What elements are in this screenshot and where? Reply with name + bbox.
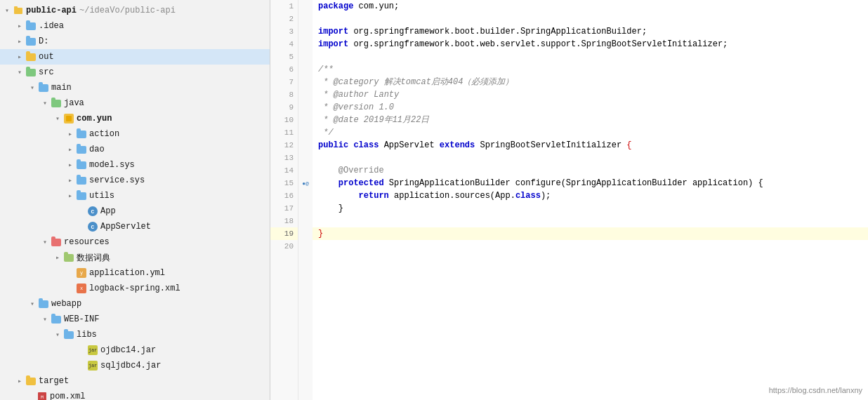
gutter-11 bbox=[298, 126, 313, 139]
logback-arrow bbox=[65, 283, 76, 294]
code-line-14: @Override bbox=[313, 164, 868, 177]
tree-resources[interactable]: resources bbox=[0, 234, 270, 250]
tree-dao[interactable]: dao bbox=[0, 142, 270, 157]
utils-arrow bbox=[65, 190, 76, 201]
d-label: D: bbox=[39, 36, 48, 46]
gutter-5 bbox=[298, 51, 313, 63]
action-folder-icon bbox=[76, 128, 87, 140]
target-arrow bbox=[14, 375, 25, 387]
model-sys-folder-icon bbox=[76, 159, 87, 171]
line-num-10: 10 bbox=[270, 114, 298, 126]
data-dict-icon bbox=[63, 252, 74, 263]
out-folder-icon bbox=[25, 51, 37, 62]
code-line-10: * @date 2019年11月22日 bbox=[313, 114, 868, 126]
logback-icon: x bbox=[76, 283, 87, 294]
webapp-label: webapp bbox=[51, 299, 81, 309]
sqljdbc-icon: jar bbox=[87, 360, 98, 371]
libs-folder-icon bbox=[63, 329, 74, 340]
tree-com-yun[interactable]: com.yun bbox=[0, 111, 270, 126]
code-line-7: * @category 解决tomcat启动404（必须添加） bbox=[313, 76, 868, 88]
sqljdbc-label: sqljdbc4.jar bbox=[100, 361, 161, 371]
code-line-4: import org.springframework.boot.web.serv… bbox=[313, 38, 868, 51]
code-line-13 bbox=[313, 152, 868, 164]
target-label: target bbox=[39, 376, 69, 386]
tree-service-sys[interactable]: service.sys bbox=[0, 173, 270, 188]
tree-d[interactable]: D: bbox=[0, 34, 270, 49]
com-yun-icon bbox=[63, 113, 74, 124]
watermark: https://blog.csdn.net/lanxny bbox=[769, 386, 862, 394]
src-folder-icon bbox=[25, 67, 37, 78]
src-label: src bbox=[39, 67, 54, 77]
project-name: public-api bbox=[26, 6, 77, 15]
resources-arrow bbox=[39, 236, 51, 248]
libs-label: libs bbox=[77, 330, 97, 340]
yml-arrow bbox=[65, 267, 76, 279]
gutter-16 bbox=[298, 189, 313, 202]
utils-label: utils bbox=[89, 191, 114, 201]
tree-webapp[interactable]: webapp bbox=[0, 296, 270, 312]
project-root[interactable]: public-api ~/ideaVo/public-api bbox=[0, 3, 270, 18]
appservlet-icon: C bbox=[87, 221, 98, 232]
tree-appservlet[interactable]: C AppServlet bbox=[0, 219, 270, 234]
tree-data-dict[interactable]: 数据词典 bbox=[0, 250, 270, 265]
tree-action[interactable]: action bbox=[0, 126, 270, 142]
line-num-16: 16 bbox=[270, 189, 298, 202]
sqljdbc-arrow bbox=[76, 360, 87, 371]
code-area[interactable]: package com.yun; import org.springframew… bbox=[313, 0, 868, 400]
line-num-4: 4 bbox=[270, 38, 298, 51]
app-icon: C bbox=[87, 206, 98, 217]
tree-main[interactable]: main bbox=[0, 80, 270, 95]
tree-out[interactable]: out bbox=[0, 49, 270, 65]
tree-web-inf[interactable]: WEB-INF bbox=[0, 312, 270, 327]
tree-java[interactable]: java bbox=[0, 95, 270, 111]
tree-model-sys[interactable]: model.sys bbox=[0, 157, 270, 173]
dao-arrow bbox=[65, 144, 76, 155]
code-line-9: * @version 1.0 bbox=[313, 101, 868, 114]
tree-pom[interactable]: M pom.xml bbox=[0, 389, 270, 400]
data-dict-arrow bbox=[52, 252, 63, 263]
file-tree[interactable]: public-api ~/ideaVo/public-api .idea D: … bbox=[0, 0, 270, 400]
tree-target[interactable]: target bbox=[0, 373, 270, 389]
tree-utils[interactable]: utils bbox=[0, 188, 270, 204]
tree-idea[interactable]: .idea bbox=[0, 18, 270, 34]
line-num-20: 20 bbox=[270, 240, 298, 253]
action-arrow bbox=[65, 128, 76, 140]
app-arrow bbox=[76, 206, 87, 217]
resources-folder-icon bbox=[51, 236, 62, 248]
gutter-20 bbox=[298, 240, 313, 253]
code-line-8: * @author Lanty bbox=[313, 88, 868, 101]
logback-label: logback-spring.xml bbox=[89, 284, 180, 293]
dao-folder-icon bbox=[76, 144, 87, 155]
project-arrow bbox=[1, 5, 13, 16]
ojdbc-arrow bbox=[76, 345, 87, 356]
line-num-12: 12 bbox=[270, 139, 298, 152]
code-line-2 bbox=[313, 13, 868, 25]
tree-sqljdbc[interactable]: jar sqljdbc4.jar bbox=[0, 358, 270, 373]
tree-src[interactable]: src bbox=[0, 65, 270, 80]
out-label: out bbox=[39, 52, 54, 62]
code-line-16: return application.sources(App.class); bbox=[313, 189, 868, 202]
tree-ojdbc[interactable]: jar ojdbc14.jar bbox=[0, 342, 270, 358]
service-sys-label: service.sys bbox=[89, 175, 145, 185]
libs-arrow bbox=[52, 329, 63, 340]
tree-libs[interactable]: libs bbox=[0, 327, 270, 342]
gutter-18 bbox=[298, 215, 313, 227]
code-line-20 bbox=[313, 240, 868, 253]
gutter-1 bbox=[298, 0, 313, 13]
tree-application-yml[interactable]: y application.yml bbox=[0, 265, 270, 281]
gutter-14 bbox=[298, 164, 313, 177]
resources-label: resources bbox=[64, 237, 110, 247]
tree-app[interactable]: C App bbox=[0, 204, 270, 219]
gutter-15: ●@ bbox=[298, 177, 313, 189]
line-num-13: 13 bbox=[270, 152, 298, 164]
yml-label: application.yml bbox=[89, 268, 165, 278]
tree-logback-xml[interactable]: x logback-spring.xml bbox=[0, 281, 270, 296]
code-line-11: */ bbox=[313, 126, 868, 139]
app-label: App bbox=[100, 206, 116, 216]
svg-rect-0 bbox=[14, 8, 22, 14]
code-line-1: package com.yun; bbox=[313, 0, 868, 13]
appservlet-arrow bbox=[76, 221, 87, 232]
idea-label: .idea bbox=[39, 21, 64, 31]
service-sys-folder-icon bbox=[76, 175, 87, 186]
java-label: java bbox=[64, 98, 84, 108]
